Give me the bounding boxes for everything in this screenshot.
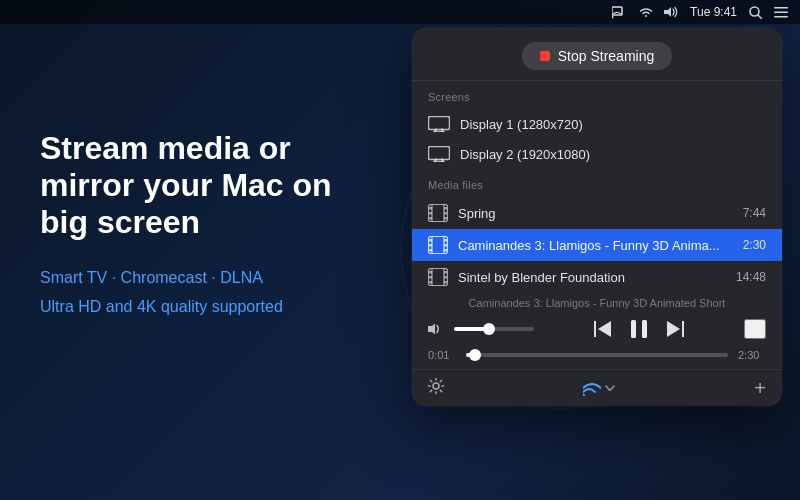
svg-rect-40 [429, 276, 432, 279]
volume-fill [454, 327, 490, 331]
progress-row: 0:01 2:30 [412, 347, 782, 369]
monitor-icon-1 [428, 116, 450, 132]
svg-rect-42 [444, 271, 447, 274]
search-menubar-icon[interactable] [749, 6, 762, 19]
volume-menubar-icon [664, 6, 678, 18]
media-item-spring-duration: 7:44 [743, 206, 766, 220]
monitor-icon-2 [428, 146, 450, 162]
svg-point-53 [583, 394, 585, 397]
settings-button[interactable] [428, 378, 444, 398]
svg-marker-45 [428, 324, 435, 335]
svg-rect-21 [429, 207, 432, 210]
more-options-button[interactable]: ··· [744, 319, 766, 339]
cast-button[interactable] [583, 380, 615, 396]
cast-menubar-icon [612, 5, 628, 19]
media-item-sintel[interactable]: Sintel by Blender Foundation 14:48 [412, 261, 782, 293]
screen-item-display1-label: Display 1 (1280x720) [460, 117, 583, 132]
svg-rect-35 [444, 249, 447, 252]
svg-rect-30 [429, 239, 432, 242]
film-icon-caminandes [428, 236, 448, 254]
stop-dot [540, 51, 550, 61]
stop-streaming-label: Stop Streaming [558, 48, 655, 64]
svg-marker-47 [598, 321, 611, 337]
volume-icon[interactable] [428, 322, 444, 336]
pause-button[interactable] [626, 317, 652, 341]
left-content: Stream media or mirror your Mac on big s… [40, 130, 350, 322]
media-item-caminandes-duration: 2:30 [743, 238, 766, 252]
add-button[interactable]: + [754, 378, 766, 398]
media-item-sintel-duration: 14:48 [736, 270, 766, 284]
volume-thumb [483, 323, 495, 335]
media-item-caminandes[interactable]: Caminandes 3: Llamigos - Funny 3D Anima.… [412, 229, 782, 261]
svg-rect-7 [774, 16, 788, 18]
svg-rect-14 [429, 147, 450, 160]
dropdown-panel: Stop Streaming Screens Display 1 (1280x7… [412, 28, 782, 406]
svg-rect-39 [429, 271, 432, 274]
playback-controls: ··· [412, 311, 782, 347]
prev-button[interactable] [590, 319, 616, 339]
svg-marker-2 [664, 7, 671, 17]
volume-slider[interactable] [454, 327, 534, 331]
progress-fill [466, 353, 476, 357]
svg-marker-51 [667, 321, 680, 337]
svg-point-52 [433, 383, 439, 389]
svg-rect-34 [444, 244, 447, 247]
svg-rect-25 [444, 212, 447, 215]
cast-section [444, 380, 754, 396]
main-headline: Stream media or mirror your Mac on big s… [40, 130, 350, 240]
wifi-menubar-icon [638, 6, 654, 18]
screen-item-display1[interactable]: Display 1 (1280x720) [412, 109, 782, 139]
film-icon-spring [428, 204, 448, 222]
menubar-status-icons [612, 5, 678, 19]
svg-rect-44 [444, 281, 447, 284]
svg-rect-6 [774, 11, 788, 13]
svg-rect-31 [429, 244, 432, 247]
media-item-spring[interactable]: Spring 7:44 [412, 197, 782, 229]
time-total: 2:30 [738, 349, 766, 361]
media-item-spring-title: Spring [458, 206, 725, 221]
stop-streaming-container: Stop Streaming [412, 28, 782, 81]
progress-bar[interactable] [466, 353, 728, 357]
svg-rect-26 [444, 217, 447, 220]
svg-rect-22 [429, 212, 432, 215]
svg-rect-23 [429, 217, 432, 220]
svg-point-1 [612, 16, 614, 19]
svg-rect-10 [429, 117, 450, 130]
menubar: Tue 9:41 [0, 0, 800, 24]
screen-item-display2-label: Display 2 (1920x1080) [460, 147, 590, 162]
svg-rect-33 [444, 239, 447, 242]
svg-line-4 [758, 15, 762, 19]
subtitle-line-1: Smart TV · Chromecast · DLNA [40, 264, 350, 293]
svg-rect-43 [444, 276, 447, 279]
svg-rect-24 [444, 207, 447, 210]
chevron-down-icon [605, 385, 615, 392]
progress-thumb [469, 349, 481, 361]
svg-rect-32 [429, 249, 432, 252]
svg-rect-49 [642, 320, 647, 338]
screens-section-label: Screens [412, 81, 782, 109]
media-section-label: Media files [412, 169, 782, 197]
subtitle-line-2: Ultra HD and 4K quality supported [40, 293, 350, 322]
bottom-bar: + [412, 369, 782, 406]
menubar-time: Tue 9:41 [690, 5, 737, 19]
svg-rect-48 [631, 320, 636, 338]
now-playing-subtitle: Caminandes 3: Llamigos - Funny 3D Animat… [412, 293, 782, 311]
time-current: 0:01 [428, 349, 456, 361]
next-button[interactable] [662, 319, 688, 339]
media-item-sintel-title: Sintel by Blender Foundation [458, 270, 718, 285]
film-icon-sintel [428, 268, 448, 286]
svg-rect-41 [429, 281, 432, 284]
svg-rect-5 [774, 7, 788, 9]
screen-item-display2[interactable]: Display 2 (1920x1080) [412, 139, 782, 169]
stop-streaming-button[interactable]: Stop Streaming [522, 42, 673, 70]
media-item-caminandes-title: Caminandes 3: Llamigos - Funny 3D Anima.… [458, 238, 725, 253]
menu-menubar-icon[interactable] [774, 7, 788, 18]
